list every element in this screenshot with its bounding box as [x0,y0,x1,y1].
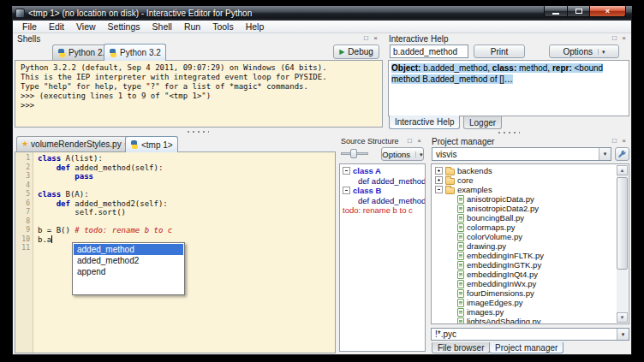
chevron-down-icon: ▾ [617,329,629,340]
structure-tree: class A def added_method class B def add… [339,163,426,352]
file-item[interactable]: embeddingInQt4.py [432,270,629,279]
menu-item-settings[interactable]: Settings [102,21,146,33]
print-button[interactable]: Print [474,45,525,58]
shell-line: >>> (executing lines 1 to 9 of "<tmp 1>"… [21,92,382,101]
python-icon [109,49,117,57]
filter-combo[interactable]: !*.pyc ▾ [431,328,629,341]
float-panel-icon[interactable]: □ [405,137,414,146]
file-item[interactable]: drawing.py [432,241,629,251]
scroll-up-button[interactable]: ▲ [617,165,628,175]
file-item[interactable]: colormaps.py [432,223,629,232]
tab-logger[interactable]: Logger [463,116,502,129]
expand-icon[interactable] [435,176,443,184]
source-structure-header: Source Structure □ × [338,136,426,146]
maximize-button[interactable] [568,6,590,17]
project-manager-panel: Project manager □ × visvis ▾ backends co… [429,136,631,353]
line-number: 6 [15,199,33,209]
interactive-help-header: Interactive Help □ × [386,33,631,44]
splitter-handle[interactable] [498,131,520,135]
folder-item-backends[interactable]: backends [432,166,629,175]
file-item[interactable]: embeddingInWx.py [432,279,629,288]
python-file-icon [457,223,464,232]
close-panel-icon[interactable]: × [619,34,629,44]
project-select[interactable]: visvis ▾ [432,147,611,161]
autocomplete-item[interactable]: added_method2 [74,255,183,266]
menu-item-view[interactable]: View [70,21,102,33]
editor-surface[interactable]: 1 2 3 4 5 6 7 8 9 10 11 class A(list): d… [15,151,336,353]
help-query-input[interactable] [390,45,468,58]
tree-item-class-a[interactable]: class A [340,166,425,176]
menu-item-tools[interactable]: Tools [206,21,240,33]
close-button[interactable]: × [590,6,626,17]
float-panel-icon[interactable]: □ [610,137,619,146]
line-number: 1 [15,154,33,163]
collapse-icon[interactable] [343,167,350,175]
panel-title: Interactive Help [389,34,448,44]
python-file-icon [457,205,464,213]
file-item[interactable]: fourDimensions.py [432,288,629,298]
help-options-button[interactable]: Options ▾ [549,45,619,58]
shell-output[interactable]: Python 3.2.2 (default, Sep 4 2011, 09:07… [15,60,383,128]
editor-tab-tmp1[interactable]: <tmp 1> [125,136,178,152]
folder-icon [445,187,455,194]
menu-item-run[interactable]: Run [178,21,206,33]
collapse-icon[interactable] [343,187,350,194]
file-item[interactable]: bouncingBall.py [432,213,629,223]
structure-options-button[interactable]: Options ▾ [381,147,424,161]
file-item[interactable]: anisotropicData2.py [432,204,629,213]
menu-item-file[interactable]: File [16,21,43,33]
folder-item-examples[interactable]: examples [432,185,629,194]
menu-item-shell[interactable]: Shell [146,21,178,33]
star-icon: ★ [21,140,28,148]
tree-item-def-added-method[interactable]: def added_method [340,176,425,187]
file-item[interactable]: imageEdges.py [432,298,629,307]
debug-button[interactable]: ▶ Debug [333,45,379,59]
line-number: 4 [15,181,33,191]
autocomplete-item[interactable]: added_method [74,244,183,255]
editor-tab-volumerenderstyles[interactable]: ★ volumeRenderStyles.py × [16,136,133,151]
tree-item-todo[interactable]: todo: rename b to c [340,205,425,216]
folder-item-core[interactable]: core [432,175,629,185]
scroll-thumb[interactable] [617,177,628,270]
file-item[interactable]: images.py [432,307,629,317]
menu-item-edit[interactable]: Edit [43,21,70,33]
file-item[interactable]: colorVolume.py [432,232,629,241]
python-file-icon [457,289,464,298]
file-item[interactable]: anisotropicData.py [432,194,629,204]
panel-title: Project manager [432,137,494,146]
tab-project-manager[interactable]: Project manager [489,342,564,353]
tab-interactive-help[interactable]: Interactive Help [389,116,460,129]
chevron-down-icon: ▾ [598,49,605,55]
tree-item-class-b[interactable]: class B [340,186,425,196]
app-window: <tmp 1> (no location on disk) - Interact… [12,6,632,355]
expand-icon[interactable] [435,167,443,175]
file-item[interactable]: embeddingInFLTK.py [432,251,629,260]
float-panel-icon[interactable]: □ [610,34,619,44]
file-item[interactable]: lightsAndShading.py [432,317,629,324]
splitter-handle[interactable] [187,130,209,134]
tab-file-browser[interactable]: File browser [432,342,490,353]
code-line-5: class B(A): [38,190,335,199]
code-line-1: class A(list): [38,154,335,163]
close-panel-icon[interactable]: × [371,34,380,44]
depth-slider[interactable] [341,147,368,160]
project-config-button[interactable] [615,147,629,161]
python-file-icon [457,299,464,307]
line-number: 3 [15,172,33,181]
slider-handle[interactable] [350,149,357,158]
python-file-icon [457,270,464,279]
menu-item-help[interactable]: Help [240,21,271,33]
shell-tab-python32[interactable]: Python 3.2 [104,44,166,61]
close-panel-icon[interactable]: × [414,137,424,146]
scroll-down-button[interactable]: ▼ [617,312,628,323]
autocomplete-item[interactable]: append [74,266,183,277]
file-item[interactable]: embeddingInGTK.py [432,260,629,270]
line-number: 8 [15,217,33,227]
collapse-icon[interactable] [435,186,443,193]
scrollbar[interactable]: ▲ ▼ [617,165,628,323]
float-panel-icon[interactable]: □ [361,34,371,44]
tree-item-def-added-method2[interactable]: def added_method [340,196,425,206]
close-panel-icon[interactable]: × [619,137,629,146]
source-structure-panel: Source Structure □ × Options ▾ class A d… [338,136,426,353]
minimize-button[interactable] [544,6,568,17]
